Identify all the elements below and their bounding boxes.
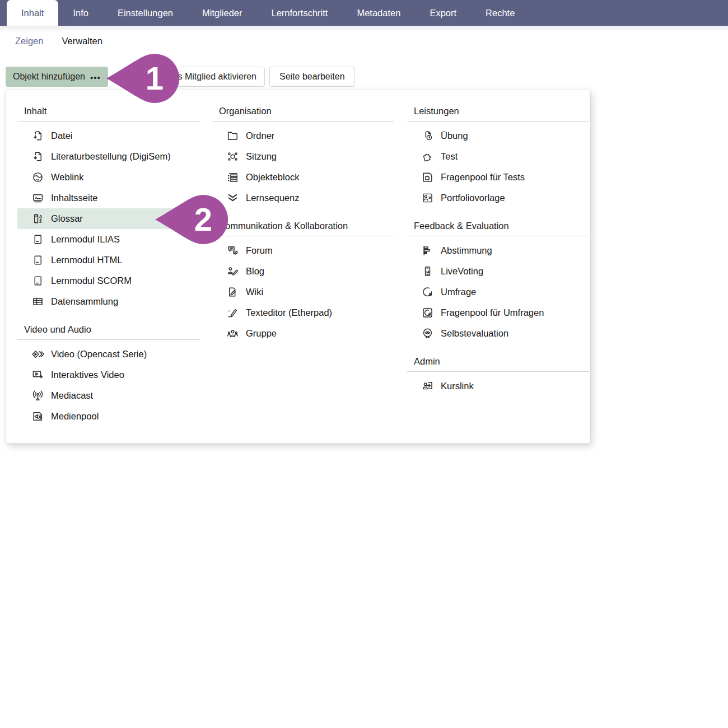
menu-item-blog[interactable]: Blog <box>212 261 394 282</box>
menu-item-label: Mediacast <box>51 390 93 401</box>
menu-item-label: Umfrage <box>441 287 476 297</box>
add-object-button[interactable]: Objekt hinzufügen ••• <box>6 67 108 87</box>
menu-section-video-und-audio: Video und AudioVideo (Opencast Serie)Int… <box>17 320 200 427</box>
menu-item-label: Test <box>441 151 458 162</box>
subnav-zeigen[interactable]: Zeigen <box>15 36 43 46</box>
menu-item-mediacast[interactable]: Mediacast <box>17 385 200 406</box>
menu-item-livevoting[interactable]: LiveVoting <box>407 261 589 282</box>
menu-item-label: Datensammlung <box>51 296 118 307</box>
folder-icon <box>226 129 239 142</box>
broadcast-icon <box>31 389 44 402</box>
section-title-organisation: Organisation <box>212 101 394 122</box>
add-object-label: Objekt hinzufügen <box>13 72 85 82</box>
dropdown-column-1: InhaltDateiLiteraturbestellung (DigiSem)… <box>17 101 200 427</box>
text-editor-icon <box>226 306 239 319</box>
section-title-video-und-audio: Video und Audio <box>17 320 200 340</box>
session-icon <box>226 150 239 163</box>
file-download-icon <box>31 129 44 142</box>
menu-item-wiki[interactable]: Wiki <box>212 282 394 302</box>
tab-export[interactable]: Export <box>415 0 471 26</box>
menu-item-datensammlung[interactable]: Datensammlung <box>17 291 200 312</box>
menu-item-fragenpool-fuer-umfragen[interactable]: Fragenpool für Umfragen <box>407 302 589 323</box>
menu-item-label: Fragenpool für Umfragen <box>441 307 544 318</box>
tab-rechte[interactable]: Rechte <box>471 0 529 26</box>
menu-item-label: Weblink <box>51 172 83 183</box>
sub-navigation: Zeigen Verwalten <box>15 36 102 46</box>
menu-item-label: Sitzung <box>246 151 277 162</box>
menu-item-glossar[interactable]: AZGlossar <box>17 208 200 229</box>
menu-item-lernmodul-html[interactable]: Lernmodul HTML <box>17 250 200 270</box>
menu-item-sitzung[interactable]: Sitzung <box>212 146 394 167</box>
menu-item-uebung[interactable]: Übung <box>407 125 589 146</box>
menu-item-label: Lernmodul HTML <box>51 255 122 265</box>
menu-item-inhaltsseite[interactable]: Inhaltsseite <box>17 188 200 208</box>
globe-icon <box>31 171 44 184</box>
menu-item-ordner[interactable]: Ordner <box>212 125 394 146</box>
tab-info[interactable]: Info <box>58 0 103 26</box>
menu-item-label: Video (Opencast Serie) <box>51 349 147 360</box>
menu-item-umfrage[interactable]: Umfrage <box>407 282 589 302</box>
menu-section-feedback-evaluation: Feedback & EvaluationAbstimmungLiveVotin… <box>407 216 589 344</box>
menu-item-literaturbestellung-digisem[interactable]: Literaturbestellung (DigiSem) <box>17 146 200 167</box>
menu-item-lernmodul-scorm[interactable]: Lernmodul SCORM <box>17 270 200 291</box>
blog-icon <box>226 265 239 278</box>
tab-einstellungen[interactable]: Einstellungen <box>103 0 188 26</box>
menu-item-lernsequenz[interactable]: Lernsequenz <box>212 188 394 208</box>
menu-item-interaktives-video[interactable]: Interaktives Video <box>17 365 200 385</box>
learning-module-icon <box>31 233 44 246</box>
menu-item-datei[interactable]: Datei <box>17 125 200 146</box>
tab-inhalt[interactable]: Inhalt <box>7 0 58 26</box>
menu-item-kurslink[interactable]: Kurslink <box>407 376 589 396</box>
menu-item-label: Kurslink <box>441 381 474 391</box>
edit-page-button[interactable]: Seite bearbeiten <box>269 67 355 87</box>
menu-item-selbstevaluation[interactable]: Selbstevaluation <box>407 323 589 344</box>
section-title-feedback-evaluation: Feedback & Evaluation <box>407 216 589 236</box>
tab-metadaten[interactable]: Metadaten <box>342 0 415 26</box>
menu-section-leistungen: LeistungenÜbungTestFragenpool für TestsP… <box>407 101 589 208</box>
tab-mitglieder[interactable]: Mitglieder <box>188 0 257 26</box>
portfolio-template-icon <box>421 192 434 204</box>
menu-item-medienpool[interactable]: Medienpool <box>17 406 200 427</box>
menu-section-admin: AdminKurslink <box>407 352 589 396</box>
menu-item-label: Forum <box>246 245 273 256</box>
tab-lernfortschritt[interactable]: Lernfortschritt <box>257 0 343 26</box>
menu-item-lernmodul-ilias[interactable]: Lernmodul ILIAS <box>17 229 200 250</box>
question-pool-survey-icon <box>421 306 434 319</box>
menu-item-label: Datei <box>51 130 73 141</box>
menu-item-label: Portfoliovorlage <box>441 193 505 203</box>
menu-item-fragenpool-fuer-tests[interactable]: Fragenpool für Tests <box>407 167 589 188</box>
subnav-verwalten[interactable]: Verwalten <box>62 36 102 46</box>
content-page-icon <box>31 192 44 204</box>
menu-item-label: Wiki <box>246 287 263 297</box>
activate-as-member-button[interactable]: s Mitglied aktivieren <box>160 67 265 87</box>
wiki-icon <box>226 286 239 298</box>
menu-item-gruppe[interactable]: Gruppe <box>212 323 394 344</box>
menu-item-abstimmung[interactable]: Abstimmung <box>407 240 589 261</box>
menu-item-texteditor-etherpad[interactable]: Texteditor (Etherpad) <box>212 302 394 323</box>
course-link-icon <box>421 380 434 393</box>
menu-item-video-opencast-serie[interactable]: Video (Opencast Serie) <box>17 344 200 365</box>
poll-icon <box>421 244 434 257</box>
top-tab-bar: InhaltInfoEinstellungenMitgliederLernfor… <box>0 0 728 26</box>
nav-gradient <box>0 26 728 32</box>
opencast-video-icon <box>31 348 44 361</box>
menu-item-label: Glossar <box>51 213 83 224</box>
interactive-video-icon <box>31 368 44 381</box>
question-pool-test-icon <box>421 171 434 184</box>
exercise-icon <box>421 129 434 142</box>
menu-item-label: Abstimmung <box>441 245 492 256</box>
menu-item-objekteblock[interactable]: Objekteblock <box>212 167 394 188</box>
menu-item-forum[interactable]: Forum <box>212 240 394 261</box>
menu-item-label: Lernmodul ILIAS <box>51 234 120 245</box>
self-evaluation-icon <box>421 327 434 340</box>
learning-module-icon <box>31 274 44 287</box>
menu-item-weblink[interactable]: Weblink <box>17 167 200 188</box>
activate-as-member-label: s Mitglied aktivieren <box>178 72 257 82</box>
menu-item-label: Medienpool <box>51 411 99 422</box>
menu-item-portfoliovorlage[interactable]: Portfoliovorlage <box>407 188 589 208</box>
menu-item-test[interactable]: Test <box>407 146 589 167</box>
edit-page-label: Seite bearbeiten <box>279 72 345 82</box>
menu-item-label: Selbstevaluation <box>441 328 508 339</box>
add-object-dropdown: InhaltDateiLiteraturbestellung (DigiSem)… <box>6 90 590 444</box>
menu-item-label: Lernsequenz <box>246 193 299 203</box>
